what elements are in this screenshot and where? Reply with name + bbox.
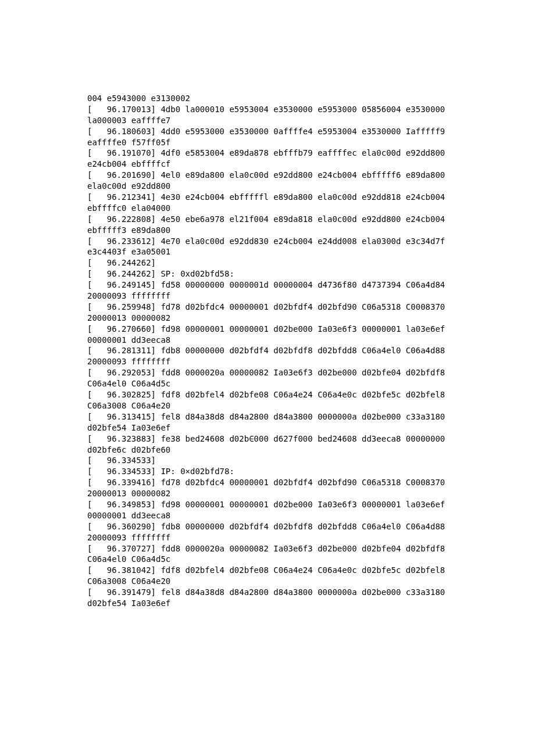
- kernel-log-block: 004 e5943000 e3130002 [ 96.170013] 4db0 …: [87, 93, 448, 609]
